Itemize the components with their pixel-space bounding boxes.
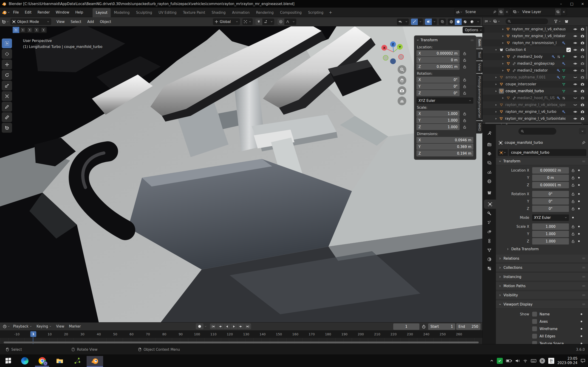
hide-eye-toggle[interactable] <box>571 89 579 93</box>
frame-tick[interactable]: 110 <box>205 332 222 336</box>
transform[interactable] <box>2 91 12 101</box>
start-button[interactable] <box>3 356 13 365</box>
constraints[interactable] <box>483 236 496 245</box>
hide-eye-toggle[interactable] <box>571 96 579 100</box>
modifiers[interactable] <box>483 209 496 218</box>
select-mode-button[interactable] <box>33 27 40 33</box>
sidebar-tab[interactable]: MMD <box>476 121 482 133</box>
frame-tick[interactable]: 190 <box>336 332 353 336</box>
animate-dot[interactable] <box>578 193 580 195</box>
battery-icon[interactable] <box>506 359 512 363</box>
workspace-tab[interactable]: Rendering <box>253 8 277 17</box>
material-preview-button[interactable] <box>462 19 468 25</box>
outliner-row[interactable]: coupe_manifold_turbo <box>483 88 588 94</box>
rendered-shading-button[interactable] <box>468 19 476 25</box>
clock[interactable]: 23:05 2023-09-24 <box>557 357 578 365</box>
property-field[interactable]: 0° <box>532 198 569 205</box>
render-camera-toggle[interactable] <box>579 117 586 120</box>
outliner-row[interactable]: median2_radiator <box>483 67 588 74</box>
physics[interactable] <box>483 227 496 236</box>
hide-eye-toggle[interactable] <box>571 27 579 31</box>
timeline-ruler[interactable]: -101102030405060708090100110120130140150… <box>0 330 482 338</box>
expand-arrow-icon[interactable] <box>494 117 498 120</box>
lock-icon[interactable] <box>571 200 575 203</box>
render-camera-toggle[interactable] <box>579 110 586 114</box>
lock-icon[interactable] <box>463 78 467 82</box>
viewport-3d[interactable] <box>0 17 482 322</box>
sidebar-tab[interactable]: Tool <box>476 49 482 60</box>
mode-dropdown[interactable]: Object Mode <box>10 18 51 25</box>
outliner-row[interactable]: coupe_intercooler <box>483 81 588 88</box>
gizmo-dropdown[interactable] <box>418 19 423 25</box>
workspace-tab[interactable]: Shading <box>208 8 229 17</box>
keyboard-icon[interactable] <box>531 359 536 363</box>
hide-eye-toggle[interactable] <box>571 48 579 52</box>
expand-arrow-icon[interactable] <box>494 83 498 86</box>
play-reverse-button[interactable] <box>224 323 230 329</box>
workspace-tab[interactable]: UV Editing <box>155 8 180 17</box>
viewport-menu-item[interactable]: Object <box>97 20 114 24</box>
outliner-row[interactable]: rayton_mr_engine_l_v6_airbox_sport <box>483 101 588 108</box>
render-camera-toggle[interactable] <box>579 34 586 38</box>
hide-eye-toggle[interactable] <box>571 34 579 38</box>
pivot-point-dropdown[interactable] <box>242 18 253 25</box>
show-hide-icon[interactable] <box>397 19 404 25</box>
new-collection-icon[interactable] <box>565 19 569 23</box>
current-frame-field[interactable]: 1 <box>393 323 419 330</box>
option-checkbox[interactable] <box>532 334 537 339</box>
frame-tick[interactable]: 20 <box>58 332 74 336</box>
property-field[interactable]: 0.000002 m <box>532 167 569 174</box>
outliner-row[interactable]: rayton_mr_engine_l_v6_intakeman <box>483 33 588 40</box>
number-field[interactable]: Y1.000 <box>416 117 460 123</box>
frame-tick[interactable]: -10 <box>9 332 25 336</box>
material[interactable] <box>483 255 496 264</box>
animate-dot[interactable] <box>581 328 582 330</box>
pan-hand-button[interactable] <box>398 76 406 85</box>
lock-icon[interactable] <box>463 58 467 62</box>
workspace-tab[interactable]: Layout <box>93 8 111 17</box>
frame-tick[interactable]: 40 <box>90 332 107 336</box>
animate-dot[interactable] <box>578 226 580 227</box>
options-button[interactable]: Options <box>463 27 484 33</box>
timeline-menu-item[interactable]: Marker <box>67 324 83 328</box>
property-field[interactable]: 1.000 <box>532 238 569 244</box>
hide-eye-toggle[interactable] <box>571 55 579 59</box>
overlays-dropdown[interactable] <box>432 19 437 25</box>
use-preview-range-icon[interactable] <box>422 325 426 329</box>
pin-scene-icon[interactable] <box>492 8 498 15</box>
expand-arrow-icon[interactable] <box>494 76 498 79</box>
snap-to-icon[interactable] <box>262 19 269 25</box>
timeline-scrollbar[interactable] <box>4 342 479 343</box>
animate-dot[interactable] <box>581 321 582 322</box>
view-layer-selector[interactable]: View Layer × <box>511 8 567 16</box>
tool[interactable] <box>483 128 496 138</box>
expand-arrow-icon[interactable] <box>502 42 504 44</box>
disconnected-icon[interactable]: × <box>540 358 545 364</box>
show-gizmo-toggle[interactable] <box>411 19 418 25</box>
viewport-menu-item[interactable]: View <box>53 20 68 24</box>
lock-icon[interactable] <box>463 65 467 69</box>
frame-tick[interactable]: 90 <box>173 332 189 336</box>
workspace-tab[interactable]: Modeling <box>111 8 133 17</box>
property-field[interactable]: 0.000001 m <box>532 182 569 188</box>
select-mode-button[interactable] <box>26 27 33 33</box>
frame-tick[interactable]: 80 <box>156 332 173 336</box>
filter-icon[interactable] <box>554 19 558 23</box>
lock-icon[interactable] <box>571 232 575 236</box>
property-field[interactable]: 1.000 <box>532 231 569 237</box>
expand-arrow-icon[interactable] <box>494 103 498 106</box>
notification-icon[interactable] <box>581 359 585 363</box>
frame-tick[interactable]: 240 <box>418 332 434 336</box>
properties-search-input[interactable] <box>519 128 556 135</box>
workspace-tab[interactable]: Compositing <box>277 8 305 17</box>
properties-options-dropdown[interactable] <box>579 128 586 134</box>
option-checkbox[interactable] <box>532 312 537 317</box>
render-camera-toggle[interactable] <box>579 48 586 52</box>
grip-icon[interactable] <box>582 160 586 163</box>
sidebar-tab[interactable]: View <box>476 61 482 73</box>
workspace-tab[interactable]: Sculpting <box>133 8 155 17</box>
frame-tick[interactable]: 150 <box>271 332 287 336</box>
frame-tick[interactable]: 230 <box>402 332 418 336</box>
tweak-select[interactable] <box>2 39 12 48</box>
chrome-icon[interactable] <box>37 356 47 365</box>
